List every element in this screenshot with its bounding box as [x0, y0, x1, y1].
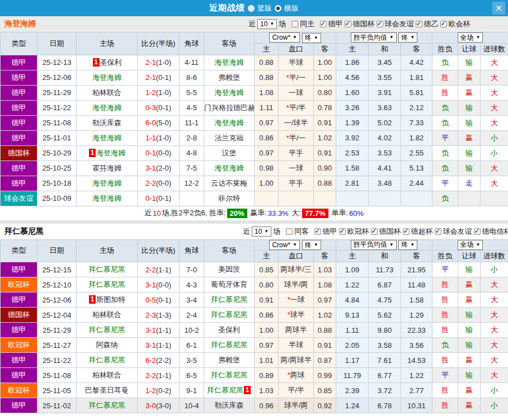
away-team-name[interactable]: 美因茨 — [218, 265, 240, 273]
avg-time-select[interactable]: 终▼ — [398, 240, 417, 250]
handicap-home-odds-cell: 0.91 — [255, 292, 279, 308]
home-team-name[interactable]: 圣保利 — [100, 58, 122, 67]
league-checkbox[interactable] — [474, 228, 481, 235]
company-time-select[interactable]: 终▼ — [302, 240, 321, 250]
league-checkbox[interactable] — [320, 21, 327, 27]
goals-cell: 大 — [481, 368, 508, 383]
home-team-name[interactable]: 柏林联合 — [92, 88, 121, 97]
company-select[interactable]: Crow*▼ — [269, 32, 300, 43]
home-team-name[interactable]: 拜仁慕尼黑 — [89, 325, 125, 334]
fulltime-select[interactable]: 全场▼ — [458, 240, 483, 250]
league-checkbox[interactable] — [339, 228, 346, 235]
handicap-cell: *球半 — [279, 308, 314, 323]
away-team-name[interactable]: 拜仁慕尼黑 — [207, 386, 243, 394]
col-avg-win-header: 主 — [336, 251, 369, 262]
company-time-select[interactable]: 终▼ — [302, 33, 321, 43]
league-checkbox[interactable] — [435, 228, 441, 235]
home-team-name[interactable]: 海登海姆 — [92, 103, 121, 112]
away-team-cell: 拜仁慕尼黑 — [204, 292, 255, 308]
col-away-header: 客场 — [204, 239, 255, 262]
fulltime-score: 3-1 — [145, 326, 156, 334]
home-team: 海登海姆 — [92, 103, 121, 112]
league-checkbox[interactable] — [440, 21, 447, 27]
corner-cell: 4-3 — [180, 277, 204, 292]
away-team-name[interactable]: 门兴格拉德巴赫 — [204, 103, 255, 112]
away-team-name[interactable]: 弗赖堡 — [218, 73, 240, 82]
home-team-name[interactable]: 海登海姆 — [92, 73, 121, 82]
home-team-name[interactable]: 海登海姆 — [92, 179, 121, 187]
col-avg-draw-header: 和 — [369, 251, 401, 262]
recent-count-select[interactable]: 10▼ — [252, 226, 271, 237]
away-team-name[interactable]: 拜仁慕尼黑 — [211, 310, 247, 319]
away-team-name[interactable]: 海登海姆 — [215, 88, 244, 97]
avg-time-select[interactable]: 终▼ — [398, 32, 417, 43]
away-team-name[interactable]: 法兰克福 — [215, 134, 244, 142]
avg-draw-cell: 3.53 — [369, 145, 401, 161]
away-team-name[interactable]: 勒沃库森 — [215, 401, 244, 409]
home-team-name[interactable]: 柏林联合 — [92, 371, 121, 379]
avg-odds-select[interactable]: 胜平负均值▼ — [351, 32, 397, 43]
home-team-name[interactable]: 拜仁慕尼黑 — [89, 356, 125, 364]
score-cell: 3-0(3-0) — [138, 398, 180, 413]
league-checkbox[interactable] — [377, 21, 383, 27]
fulltime-score: 3-0 — [145, 402, 156, 410]
league-checkbox-label: 球会友谊 — [443, 226, 472, 237]
fulltime-score: 2-1 — [145, 73, 156, 82]
away-team-name[interactable]: 圣保利 — [218, 325, 240, 334]
home-team-name[interactable]: 霍芬海姆 — [92, 164, 121, 172]
away-team-name[interactable]: 拜仁慕尼黑 — [211, 341, 247, 349]
same-venue-checkbox[interactable] — [286, 228, 293, 235]
home-team-name[interactable]: 柏林联合 — [92, 310, 121, 319]
league-checkbox-label: 德国杯 — [353, 19, 375, 29]
away-team-name[interactable]: 海登海姆 — [215, 164, 244, 172]
stats-sections: 海登海姆近10▼场 同主 德甲德国杯球会友谊德乙欧会杯类型日期主场比分(半场)角… — [0, 16, 508, 413]
home-team-name[interactable]: 巴黎圣日耳曼 — [85, 386, 129, 394]
away-team-name[interactable]: 拜仁慕尼黑 — [211, 371, 247, 379]
league-cell: 欧冠杯 — [1, 338, 37, 353]
league-checkbox[interactable] — [416, 21, 422, 27]
home-team-name[interactable]: 斯图加特 — [96, 295, 125, 304]
league-checkbox[interactable] — [314, 228, 321, 235]
corner-cell: 12-2 — [180, 176, 204, 191]
away-team-name[interactable]: 云达不莱梅 — [211, 179, 247, 187]
corner-cell: 4-8 — [180, 145, 204, 161]
home-team-name[interactable]: 海登海姆 — [92, 134, 121, 142]
col-avg-lose-header: 客 — [401, 43, 432, 55]
home-team-name[interactable]: 勒沃库森 — [92, 119, 121, 127]
away-team-name[interactable]: 海登海姆 — [215, 119, 244, 127]
handicap-away-odds-cell: 0.99 — [314, 368, 336, 383]
away-team-name[interactable]: 菲尔特 — [218, 194, 240, 202]
home-team-name[interactable]: 海登海姆 — [96, 149, 125, 157]
home-team-name[interactable]: 拜仁慕尼黑 — [89, 401, 125, 409]
away-team-name[interactable]: 拜仁慕尼黑 — [211, 295, 247, 304]
col-away-header: 客场 — [204, 32, 255, 55]
home-team: 1斯图加特 — [88, 295, 125, 304]
home-team-name[interactable]: 海登海姆 — [92, 194, 121, 202]
away-team-name[interactable]: 海登海姆 — [215, 58, 244, 67]
avg-draw-cell: 6.87 — [369, 277, 401, 292]
match-row: 德甲25-11-29拜仁慕尼黑3-1(1-1)10-2圣保利1.00两球半0.8… — [1, 323, 508, 338]
col-goals-header: 进球数 — [481, 251, 508, 262]
same-venue-checkbox[interactable] — [291, 21, 298, 27]
fulltime-select[interactable]: 全场▼ — [458, 32, 483, 43]
league-checkbox[interactable] — [371, 228, 378, 235]
away-team-name[interactable]: 汉堡 — [222, 149, 237, 157]
col-score-header: 比分(半场) — [138, 32, 180, 55]
league-cell: 德甲 — [1, 292, 37, 308]
horizontal-layout-radio[interactable] — [275, 5, 281, 12]
match-row: 德甲25-11-08柏林联合2-2(1-1)6-5拜仁慕尼黑0.89*两球0.9… — [1, 368, 508, 383]
home-team-name[interactable]: 阿森纳 — [96, 341, 118, 349]
goals-cell: 大 — [481, 308, 508, 323]
company-select[interactable]: Crow*▼ — [269, 240, 300, 250]
away-team-name[interactable]: 弗赖堡 — [218, 356, 240, 364]
avg-odds-select[interactable]: 胜平负均值▼ — [351, 240, 397, 250]
vertical-layout-radio[interactable] — [248, 5, 255, 12]
home-team-name[interactable]: 拜仁慕尼黑 — [89, 265, 125, 273]
home-team-name[interactable]: 拜仁慕尼黑 — [89, 280, 125, 289]
league-checkbox[interactable] — [403, 228, 410, 235]
col-avg-lose-header: 客 — [401, 251, 432, 262]
league-checkbox[interactable] — [345, 21, 351, 27]
close-icon[interactable]: ✕ — [492, 2, 505, 15]
away-team-name[interactable]: 葡萄牙体育 — [211, 280, 247, 289]
recent-count-select[interactable]: 10▼ — [257, 19, 277, 29]
